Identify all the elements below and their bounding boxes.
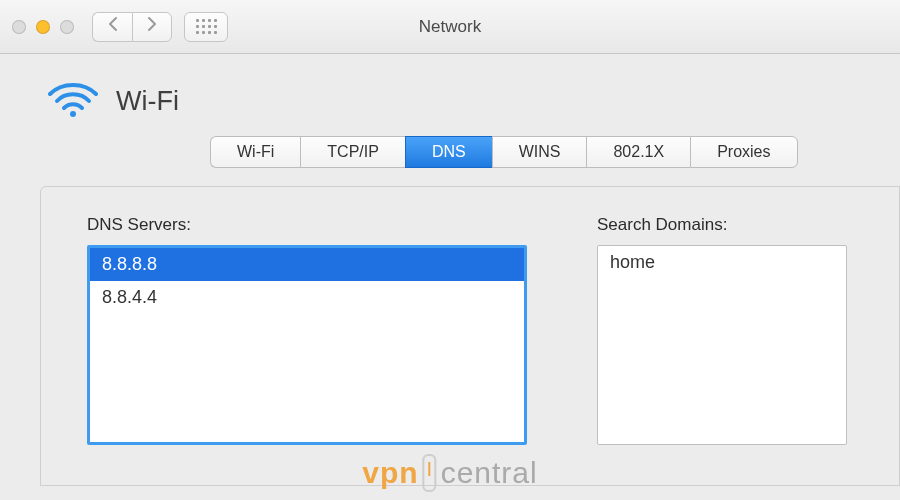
forward-button[interactable] <box>132 12 172 42</box>
watermark-text-central: central <box>441 456 538 490</box>
show-all-prefs-button[interactable] <box>184 12 228 42</box>
search-domains-list[interactable]: home <box>597 245 847 445</box>
traffic-lights <box>12 20 74 34</box>
tab-proxies[interactable]: Proxies <box>690 136 797 168</box>
tab-wins[interactable]: WINS <box>492 136 587 168</box>
nav-buttons <box>92 12 172 42</box>
maximize-window-button[interactable] <box>60 20 74 34</box>
dns-section: DNS Servers: 8.8.8.8 8.8.4.4 <box>87 215 527 485</box>
window-title: Network <box>419 17 481 37</box>
search-domains-label: Search Domains: <box>597 215 847 235</box>
chevron-right-icon <box>146 16 158 37</box>
tab-tcpip[interactable]: TCP/IP <box>300 136 405 168</box>
minimize-window-button[interactable] <box>36 20 50 34</box>
titlebar: Network <box>0 0 900 54</box>
wifi-icon <box>48 80 98 122</box>
svg-point-0 <box>70 111 76 117</box>
dns-server-row[interactable]: 8.8.4.4 <box>90 281 524 314</box>
search-domain-row[interactable]: home <box>598 246 846 279</box>
watermark-logo: vpn central <box>362 454 537 492</box>
tab-bar: Wi-Fi TCP/IP DNS WINS 802.1X Proxies <box>210 136 900 168</box>
interface-name: Wi-Fi <box>116 86 179 117</box>
lightbulb-icon <box>423 454 437 492</box>
tab-8021x[interactable]: 802.1X <box>586 136 690 168</box>
interface-header: Wi-Fi <box>0 54 900 132</box>
dns-servers-list[interactable]: 8.8.8.8 8.8.4.4 <box>87 245 527 445</box>
watermark-text-vpn: vpn <box>362 456 418 490</box>
close-window-button[interactable] <box>12 20 26 34</box>
dns-server-row[interactable]: 8.8.8.8 <box>90 248 524 281</box>
tab-wifi[interactable]: Wi-Fi <box>210 136 300 168</box>
back-button[interactable] <box>92 12 132 42</box>
grid-icon <box>196 19 217 34</box>
settings-panel: DNS Servers: 8.8.8.8 8.8.4.4 Search Doma… <box>40 186 900 486</box>
chevron-left-icon <box>107 16 119 37</box>
search-domains-section: Search Domains: home <box>597 215 847 485</box>
dns-servers-label: DNS Servers: <box>87 215 527 235</box>
tab-dns[interactable]: DNS <box>405 136 492 168</box>
